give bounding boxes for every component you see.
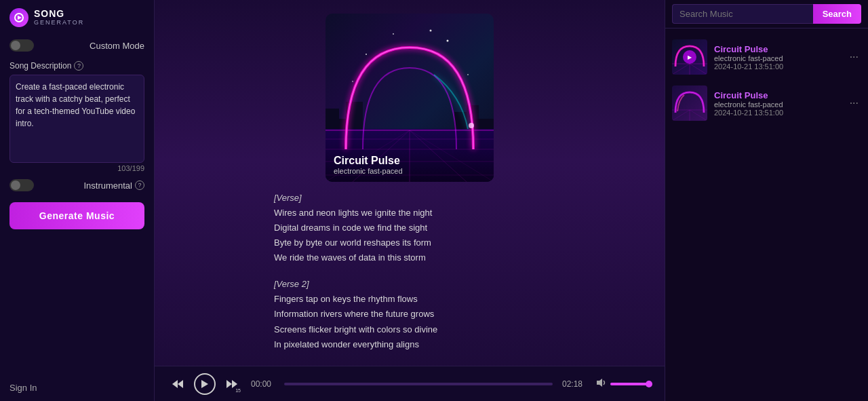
track-more-button-2[interactable]: ··· <box>847 94 861 112</box>
volume-bar[interactable] <box>610 383 651 385</box>
custom-mode-row: Custom Mode <box>9 39 144 52</box>
time-total: 02:18 <box>562 379 586 389</box>
lyrics-line: Digital dreams in code we find the sight <box>274 221 545 235</box>
instrumental-toggle[interactable] <box>9 179 34 191</box>
search-bar: Search <box>665 0 868 28</box>
svg-point-21 <box>467 74 469 75</box>
forward-button[interactable]: 15 <box>222 375 241 394</box>
track-date-2: 2024-10-21 13:51:00 <box>714 109 840 117</box>
player-controls: 15 <box>168 373 241 395</box>
album-info: Circuit Pulse electronic fast-paced <box>334 155 403 175</box>
svg-marker-31 <box>597 379 602 387</box>
album-title: Circuit Pulse <box>334 155 403 167</box>
svg-point-20 <box>447 40 449 42</box>
lyrics-line: Wires and neon lights we ignite the nigh… <box>274 206 545 221</box>
sign-in-button[interactable]: Sign In <box>9 376 144 393</box>
svg-marker-27 <box>178 380 183 388</box>
lyrics-section-1: [Verse] Wires and neon lights we ignite … <box>274 193 545 265</box>
play-button[interactable] <box>194 373 216 395</box>
svg-point-19 <box>366 54 367 55</box>
track-name-2: Circuit Pulse <box>714 90 840 100</box>
track-thumbnail-2 <box>672 85 707 121</box>
track-thumbnail-1: ▶ <box>672 39 707 75</box>
player-bar: 15 00:00 02:18 <box>155 366 665 401</box>
search-input[interactable] <box>672 4 813 24</box>
svg-point-23 <box>393 33 394 35</box>
progress-bar[interactable] <box>284 383 553 385</box>
lyrics-tag-1: [Verse] <box>274 193 545 203</box>
logo-text: SONG GENERATOR <box>34 9 84 26</box>
lyrics-line: In pixelated wonder everything aligns <box>274 337 545 352</box>
lyrics-tag-2: [Verse 2] <box>274 279 545 289</box>
track-item[interactable]: Circuit Pulse electronic fast-paced 2024… <box>665 80 868 126</box>
char-count: 103/199 <box>9 164 144 172</box>
volume-fill <box>610 383 647 385</box>
svg-marker-30 <box>226 380 232 388</box>
track-list: ▶ Circuit Pulse electronic fast-paced 20… <box>665 28 868 401</box>
album-art: Circuit Pulse electronic fast-paced <box>326 14 494 182</box>
lyrics-line: We ride the waves of data in this storm <box>274 250 545 265</box>
volume-knob <box>646 381 652 387</box>
instrumental-label: Instrumental ? <box>83 180 144 191</box>
volume-icon[interactable] <box>595 377 606 390</box>
svg-marker-29 <box>232 380 237 388</box>
track-genre-2: electronic fast-paced <box>714 100 840 109</box>
sidebar: SONG GENERATOR Custom Mode Song Descript… <box>0 0 155 401</box>
volume-area <box>595 377 651 390</box>
song-desc-help-icon[interactable]: ? <box>74 61 83 71</box>
lyrics-line: Byte by byte our world reshapes its form <box>274 235 545 250</box>
svg-marker-26 <box>172 380 178 388</box>
track-name-1: Circuit Pulse <box>714 44 840 54</box>
custom-mode-toggle[interactable] <box>9 39 34 52</box>
song-desc-label: Song Description ? <box>9 61 144 71</box>
logo-area: SONG GENERATOR <box>9 8 144 27</box>
song-display: Circuit Pulse electronic fast-paced [Ver… <box>155 0 665 366</box>
search-button[interactable]: Search <box>813 4 861 24</box>
track-genre-1: electronic fast-paced <box>714 54 840 62</box>
instrumental-toggle-knob <box>11 180 20 190</box>
track-more-button-1[interactable]: ··· <box>847 48 861 66</box>
generate-music-button[interactable]: Generate Music <box>9 202 144 229</box>
instrumental-help-icon[interactable]: ? <box>135 180 144 190</box>
app-subtitle: GENERATOR <box>34 20 84 26</box>
track-item[interactable]: ▶ Circuit Pulse electronic fast-paced 20… <box>665 34 868 80</box>
track-date-1: 2024-10-21 13:51:00 <box>714 62 840 71</box>
toggle-knob <box>11 41 20 50</box>
rewind-button[interactable] <box>168 375 187 394</box>
right-panel: Search ▶ Circuit Pulse <box>665 0 868 401</box>
track-info-1: Circuit Pulse electronic fast-paced 2024… <box>714 44 840 71</box>
lyrics-line: Fingers tap on keys the rhythm flows <box>274 292 545 307</box>
svg-point-25 <box>469 123 474 128</box>
lyrics-line: Information rivers where the future grow… <box>274 307 545 322</box>
custom-mode-label: Custom Mode <box>90 41 144 51</box>
lyrics-container: [Verse] Wires and neon lights we ignite … <box>274 193 545 366</box>
main-content: Circuit Pulse electronic fast-paced [Ver… <box>155 0 665 401</box>
lyrics-section-2: [Verse 2] Fingers tap on keys the rhythm… <box>274 279 545 351</box>
svg-point-22 <box>352 81 353 82</box>
instrumental-row: Instrumental ? <box>9 179 144 191</box>
svg-marker-28 <box>201 380 208 388</box>
app-logo-icon <box>9 8 28 27</box>
lyrics-line: Screens flicker bright with colors so di… <box>274 322 545 337</box>
svg-point-24 <box>430 30 432 32</box>
song-desc-input[interactable]: Create a fast-paced electronic track wit… <box>9 75 144 163</box>
track-info-2: Circuit Pulse electronic fast-paced 2024… <box>714 90 840 117</box>
app-name: SONG <box>34 9 84 19</box>
svg-marker-1 <box>18 16 22 20</box>
time-current: 00:00 <box>251 379 275 389</box>
album-genre: electronic fast-paced <box>334 167 403 175</box>
